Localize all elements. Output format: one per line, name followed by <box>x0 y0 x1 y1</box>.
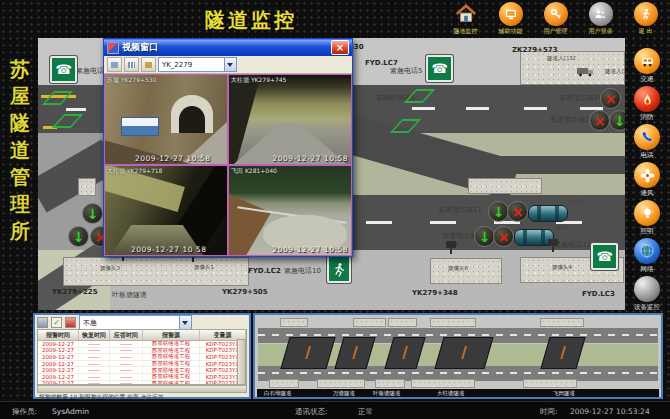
emergency-phone-label: 紧急电话10 <box>284 266 321 276</box>
time-label: 时间: <box>540 407 558 417</box>
sidebar-item-phone[interactable]: 电话 <box>634 124 660 160</box>
video-feed-3[interactable]: 大柱塘 YK279+718 2009-12-27 10 58 <box>104 165 228 256</box>
column-header[interactable]: 报警源 <box>143 330 200 340</box>
camera-caption: 大柱塘 YK279+718 <box>107 167 162 176</box>
tunnel-name-label: 叶板塘隧道 <box>112 290 147 300</box>
mini-block <box>78 178 96 196</box>
lane-indicator-arrow[interactable]: ↓ <box>68 226 89 247</box>
alarm-row[interactable]: 2009-12-27------------苏屋联络道工程KDP-T023YX <box>38 367 246 374</box>
lane-indicator-arrow[interactable]: ↓ <box>609 110 625 131</box>
camera-caption: 苏屋 YK279+530 <box>107 76 156 85</box>
alarm-tool-icon[interactable] <box>37 317 48 328</box>
alarm-stop-icon[interactable] <box>65 317 76 328</box>
ack-check-icon[interactable]: ✓ <box>51 317 62 328</box>
sphere-icon <box>634 276 660 302</box>
alarm-row[interactable]: 2009-12-27------------苏屋联络道工程KDP-T023YX <box>38 361 246 368</box>
top-nav: 隧道监控 辅助功能 用户管理 用户登录 退 出 <box>447 2 664 36</box>
nav-exit[interactable]: 退 出 <box>627 2 664 36</box>
sidebar-item-device-monitor[interactable]: 设备监控 <box>634 276 660 312</box>
lane-indicator-x[interactable]: × <box>600 88 621 109</box>
right-sidebar: 交通 消防 电话 通风 照明 <box>625 48 669 348</box>
emergency-phone-sign[interactable]: ☎ <box>50 56 77 83</box>
camera-label: 摄像头4 <box>552 264 572 271</box>
bulb-icon <box>634 200 660 226</box>
nav-user-login[interactable]: 用户登录 <box>582 2 619 36</box>
fan-band <box>523 230 527 245</box>
tool-glyph <box>111 62 118 68</box>
sidebar-label: 网络 <box>634 265 660 274</box>
tunnel-block[interactable] <box>63 257 249 286</box>
nav-aux-functions[interactable]: 辅助功能 <box>492 2 529 36</box>
lane-indicator-x[interactable]: × <box>589 110 610 131</box>
nav-label: 辅助功能 <box>492 27 529 36</box>
overview-portal-block <box>280 318 308 327</box>
sidebar-item-fire[interactable]: 消防 <box>634 86 660 122</box>
sidebar-item-lighting[interactable]: 照明 <box>634 200 660 236</box>
camera-icon[interactable] <box>548 239 558 246</box>
lane-indicator-arrow[interactable]: ↓ <box>474 226 495 247</box>
emergency-phone-sign[interactable]: ☎ <box>591 243 618 270</box>
equipment-shed-graphic <box>121 117 159 136</box>
camera-select[interactable]: YK_2279 <box>158 57 237 72</box>
overview-tunnel-block[interactable] <box>434 337 493 369</box>
nav-label: 用户登录 <box>582 27 619 36</box>
tunnel-overview-panel[interactable]: 白石坳隧道万塘隧道叶板塘隧道大柱塘隧道飞田隧道 <box>253 313 663 399</box>
alarm-filter-select[interactable]: 不急 <box>79 315 192 330</box>
record-tool-icon[interactable] <box>141 57 156 72</box>
lane-indicator-label: 车道指示器19 <box>559 93 603 103</box>
horizontal-scrollbar[interactable] <box>37 385 247 393</box>
column-header[interactable]: 报警时间 <box>38 330 79 340</box>
alarm-row[interactable]: 2009-12-27------------苏屋联络道工程KDP-T023YX <box>38 354 246 361</box>
video-feed-4[interactable]: 飞田 K281+040 2009-12-27 10:58 <box>228 165 352 256</box>
lane-indicator-x[interactable]: × <box>507 201 528 222</box>
tunnel-name-label: 白石坳隧道 <box>264 390 292 397</box>
barrier-block <box>468 178 542 194</box>
overview-portal-block <box>388 318 417 327</box>
camera-caption: 飞田 K281+040 <box>231 167 277 176</box>
column-header[interactable]: 应答时间 <box>110 330 143 340</box>
snapshot-tool-icon[interactable] <box>107 57 122 72</box>
chevron-down-icon[interactable] <box>224 58 236 71</box>
overview-tunnel-block[interactable] <box>280 337 335 369</box>
lane-dash <box>466 107 489 110</box>
video-feed-2[interactable]: 大柱塘 YK279+745 2009-12-27 10:58 <box>228 74 352 165</box>
jet-fan-icon[interactable] <box>528 205 568 222</box>
emergency-exit-sign[interactable] <box>327 255 351 283</box>
camera-label: 摄像头3 <box>100 265 120 272</box>
camera-icon[interactable] <box>446 241 456 248</box>
alarm-row[interactable]: 2009-12-27------------苏屋联络道工程KDP-T023YX <box>38 374 246 381</box>
emergency-phone-sign[interactable]: ☎ <box>426 55 453 82</box>
nav-label: 退 出 <box>627 27 664 36</box>
fan-label: 风机1 <box>555 224 570 231</box>
lane-indicator-x[interactable]: × <box>493 226 514 247</box>
phone-icon <box>634 124 660 150</box>
close-icon[interactable]: × <box>331 40 349 55</box>
comm-status-label: 通讯状态: <box>295 407 328 417</box>
nav-tunnel-monitor[interactable]: 隧道监控 <box>447 2 484 36</box>
camera-label: 摄像头1 <box>194 264 214 271</box>
ground-graphic <box>229 194 271 256</box>
lane-dash <box>412 107 435 110</box>
grid-layout-tool-icon[interactable] <box>124 57 139 72</box>
nav-label: 用户管理 <box>537 27 574 36</box>
video-feed-1[interactable]: 苏屋 YK279+530 2009-12-27 10:58 <box>104 74 228 165</box>
alarm-row[interactable]: 2009-12-27------------苏屋联络道工程KDP-T023YX <box>38 341 246 348</box>
vertical-scrollbar[interactable] <box>237 339 246 385</box>
alarm-row[interactable]: 2009-12-27------------苏屋联络道工程KDP-T023YX <box>38 348 246 355</box>
fan-band <box>537 206 541 221</box>
sidebar-label: 设备监控 <box>634 303 660 312</box>
sidebar-label: 照明 <box>634 227 660 236</box>
column-header[interactable]: 恢复时间 <box>79 330 110 340</box>
lane-indicator-arrow[interactable]: ↓ <box>488 201 509 222</box>
chevron-down-icon[interactable] <box>179 316 191 329</box>
nav-user-management[interactable]: 用户管理 <box>537 2 574 36</box>
sidebar-item-ventilation[interactable]: 通风 <box>634 162 660 198</box>
video-window-titlebar[interactable]: 视频窗口 × <box>104 39 352 56</box>
alarm-toolbar: ✓ 不急 <box>35 315 249 330</box>
overview-portal-block <box>540 318 584 327</box>
lane-indicator-arrow[interactable]: ↓ <box>82 203 103 224</box>
sidebar-item-network[interactable]: 网络 <box>634 238 660 274</box>
sidebar-item-traffic[interactable]: 交通 <box>634 48 660 84</box>
alarm-filter-value: 不急 <box>83 318 97 328</box>
tunnel-portal-block[interactable]: 隧道入口32 隧道入口31 <box>520 51 625 85</box>
